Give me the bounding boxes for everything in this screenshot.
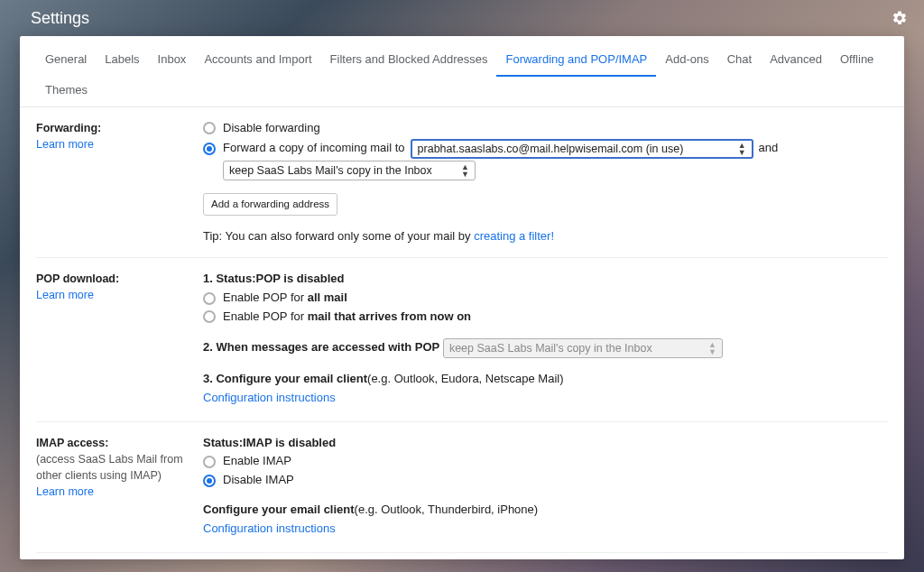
pop-all-mail-bold: all mail	[308, 290, 347, 307]
tab-addons[interactable]: Add-ons	[656, 45, 717, 77]
settings-content: Forwarding: Learn more Disable forwardin…	[20, 107, 904, 559]
pop-now-on-prefix: Enable POP for	[223, 309, 304, 326]
section-pop: POP download: Learn more 1. Status: POP …	[36, 258, 888, 421]
pop-messages-label: 2. When messages are accessed with POP	[203, 339, 439, 356]
imap-status-value: IMAP is disabled	[243, 435, 336, 452]
pop-all-mail-prefix: Enable POP for	[223, 290, 304, 307]
footer-actions: Save Changes Cancel	[36, 553, 888, 559]
forwarding-title: Forwarding:	[36, 120, 203, 136]
keep-copy-value: keep SaaS Labs Mail's copy in the Inbox	[229, 162, 432, 179]
settings-tabs: General Labels Inbox Accounts and Import…	[20, 36, 904, 107]
forward-and-label: and	[759, 140, 779, 157]
page-title: Settings	[31, 9, 89, 28]
tab-inbox[interactable]: Inbox	[149, 45, 196, 77]
imap-configure-label: Configure your email client	[203, 502, 355, 519]
radio-disable-imap[interactable]	[203, 475, 216, 487]
imap-learn-more-link[interactable]: Learn more	[36, 484, 203, 500]
keep-copy-select[interactable]: keep SaaS Labs Mail's copy in the Inbox …	[223, 161, 476, 180]
disable-forwarding-label: Disable forwarding	[223, 120, 320, 137]
settings-panel: General Labels Inbox Accounts and Import…	[20, 36, 904, 559]
radio-forward-copy[interactable]	[203, 143, 216, 155]
create-filter-link[interactable]: creating a filter!	[474, 229, 554, 243]
section-forwarding: Forwarding: Learn more Disable forwardin…	[36, 107, 888, 258]
disable-imap-label: Disable IMAP	[223, 472, 294, 489]
pop-messages-select: keep SaaS Labs Mail's copy in the Inbox …	[443, 338, 723, 358]
pop-configure-note: (e.g. Outlook, Eudora, Netscape Mail)	[367, 371, 564, 388]
tab-advanced[interactable]: Advanced	[761, 45, 831, 77]
add-forwarding-address-button[interactable]: Add a forwarding address	[203, 193, 337, 216]
tab-offline[interactable]: Offline	[831, 45, 882, 77]
imap-title: IMAP access:	[36, 435, 203, 451]
select-arrows-icon: ▲▼	[738, 142, 746, 156]
tab-themes[interactable]: Themes	[36, 76, 97, 107]
tab-accounts-import[interactable]: Accounts and Import	[195, 45, 320, 77]
forward-address-value: prabhat.saaslabs.co@mail.helpwisemail.co…	[418, 141, 684, 157]
pop-configure-label: 3. Configure your email client	[203, 371, 367, 388]
imap-status-label: Status:	[203, 435, 243, 452]
imap-subtitle: (access SaaS Labs Mail from other client…	[36, 451, 203, 484]
select-arrows-icon: ▲▼	[461, 163, 469, 178]
forward-address-select[interactable]: prabhat.saaslabs.co@mail.helpwisemail.co…	[411, 139, 753, 159]
pop-status-value: POP is disabled	[256, 271, 345, 288]
pop-status-label: 1. Status:	[203, 271, 256, 288]
section-imap: IMAP access: (access SaaS Labs Mail from…	[36, 422, 888, 553]
tab-chat[interactable]: Chat	[718, 45, 761, 77]
pop-now-on-bold: mail that arrives from now on	[308, 309, 471, 326]
settings-header: Settings	[0, 0, 924, 36]
tab-labels[interactable]: Labels	[96, 45, 148, 77]
select-arrows-icon: ▲▼	[708, 341, 716, 355]
pop-learn-more-link[interactable]: Learn more	[36, 287, 203, 303]
pop-config-instructions-link[interactable]: Configuration instructions	[203, 390, 336, 407]
radio-disable-forwarding[interactable]	[203, 122, 216, 134]
pop-title: POP download:	[36, 271, 203, 287]
radio-enable-imap[interactable]	[203, 456, 216, 468]
forward-copy-label: Forward a copy of incoming mail to	[223, 140, 405, 157]
tab-forwarding-pop-imap[interactable]: Forwarding and POP/IMAP	[496, 45, 656, 77]
gear-icon[interactable]	[892, 10, 908, 26]
forwarding-learn-more-link[interactable]: Learn more	[36, 136, 203, 152]
radio-pop-all-mail[interactable]	[203, 292, 216, 305]
imap-configure-note: (e.g. Outlook, Thunderbird, iPhone)	[355, 502, 539, 519]
forwarding-tip-text: Tip: You can also forward only some of y…	[203, 229, 474, 243]
enable-imap-label: Enable IMAP	[223, 453, 291, 470]
tab-filters[interactable]: Filters and Blocked Addresses	[321, 45, 497, 77]
imap-config-instructions-link[interactable]: Configuration instructions	[203, 521, 336, 538]
pop-messages-value: keep SaaS Labs Mail's copy in the Inbox	[449, 340, 652, 356]
tab-general[interactable]: General	[36, 45, 96, 77]
radio-pop-now-on[interactable]	[203, 310, 216, 323]
